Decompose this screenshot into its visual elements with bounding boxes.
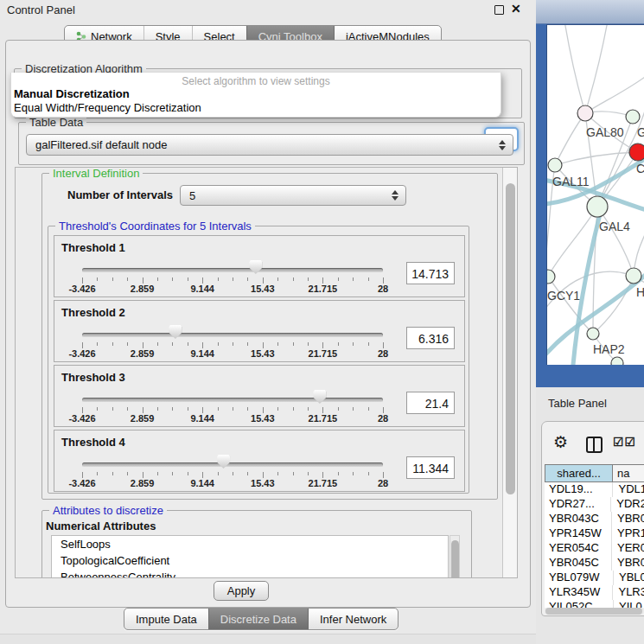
table-row[interactable]: YBL079WYBL0 — [545, 571, 644, 585]
node-label: HAP2 — [593, 342, 625, 356]
node-gal11[interactable] — [548, 158, 562, 172]
table-data-group-title: Table Data — [26, 116, 86, 129]
node-gal4[interactable] — [587, 196, 608, 217]
slider-tick — [263, 407, 264, 413]
slider-track[interactable] — [82, 398, 383, 402]
table-row[interactable]: YIL052CYIL0 — [545, 600, 644, 608]
slider-tick — [368, 277, 369, 281]
algorithm-option-manual-discretization[interactable]: Manual Discretization — [14, 87, 130, 100]
slider-track[interactable] — [82, 268, 383, 272]
table-data-combobox[interactable]: galFiltered.sif default node — [26, 134, 513, 156]
slider-tick — [277, 342, 278, 346]
slider-scale-label: 28 — [355, 413, 411, 424]
slider-track[interactable] — [82, 333, 383, 337]
table-row[interactable]: YDR27...YDR2 — [545, 497, 644, 512]
settings-vertical-scrollbar[interactable] — [502, 168, 518, 577]
threshold-value-field[interactable]: 21.4 — [406, 392, 455, 414]
slider-track[interactable] — [82, 462, 383, 467]
slider-scale-label: 2.859 — [115, 284, 170, 294]
threshold-label: Threshold 1 — [61, 241, 125, 254]
tab-label: Discretize Data — [220, 613, 296, 626]
threshold-1-panel: Threshold 1-3.4262.8599.14415.4321.71528… — [54, 235, 465, 297]
table-horizontal-scrollbar[interactable] — [545, 608, 644, 615]
gear-icon[interactable]: ⚙ — [553, 432, 568, 452]
scrollbar-thumb[interactable] — [545, 608, 642, 615]
slider-tick — [202, 472, 203, 478]
node-h[interactable] — [626, 268, 641, 284]
slider-tick — [143, 472, 143, 478]
slider-tick — [277, 472, 278, 475]
scrollbar-thumb[interactable] — [506, 183, 515, 494]
node-selected-red[interactable] — [629, 143, 644, 161]
table-row[interactable]: YBR043CYBR0 — [545, 512, 644, 526]
table-row[interactable]: YPR145WYPR1 — [545, 526, 644, 541]
number-of-intervals-combobox[interactable]: 5 — [180, 185, 406, 206]
number-of-intervals-value: 5 — [181, 189, 389, 202]
table-rows: YDL19...YDL1YDR27...YDR2YBR043CYBR0YPR14… — [545, 482, 644, 608]
table-row[interactable]: YDL19...YDL1 — [545, 482, 644, 497]
slider-tick — [127, 342, 128, 346]
cell-name: YPR1 — [611, 526, 644, 541]
cell-shared-name: YLR345W — [545, 585, 612, 600]
network-canvas[interactable]: GAL80 GA C GAL11 GAL4 GCY1 H HAP2 — [546, 24, 644, 365]
slider-tick — [97, 472, 98, 475]
slider-tick — [247, 407, 248, 411]
node-label: GA — [637, 125, 644, 139]
slider-tick — [368, 472, 369, 475]
node-gcy1[interactable] — [547, 270, 555, 284]
slider-tick — [172, 472, 173, 475]
threshold-value-field[interactable]: 6.316 — [406, 327, 455, 349]
slider-tick — [353, 277, 354, 281]
cell-name: YIL0 — [613, 600, 642, 608]
node-ga[interactable] — [626, 110, 640, 124]
slider-scale-label: 9.144 — [175, 478, 230, 488]
algorithm-option-equal-width-frequency-discretization[interactable]: Equal Width/Frequency Discretization — [14, 101, 201, 114]
attribute-item-selfloops[interactable]: SelfLoops — [52, 536, 448, 552]
slider-tick — [112, 407, 113, 411]
node-hap2[interactable] — [587, 328, 599, 340]
attribute-item-topologicalcoefficient[interactable]: TopologicalCoefficient — [52, 552, 448, 569]
column-header-name[interactable]: na — [612, 464, 644, 482]
tab-label: Impute Data — [136, 613, 197, 626]
checkbox-icons[interactable]: ☑☑ — [613, 435, 636, 449]
split-columns-icon[interactable] — [586, 437, 603, 453]
threshold-label: Threshold 3 — [61, 371, 125, 384]
slider-scale-label: 2.859 — [115, 348, 170, 359]
node-bottom[interactable] — [611, 357, 623, 365]
slider-tick — [188, 277, 188, 281]
tab-impute-data[interactable]: Impute Data — [124, 609, 208, 629]
slider-tick — [277, 277, 278, 281]
network-window-titlebar[interactable] — [536, 0, 644, 24]
threshold-value-field[interactable]: 11.344 — [406, 456, 455, 479]
interval-definition-group-title: Interval Definition — [49, 167, 143, 180]
cyni-mode-tab-bar: Impute DataDiscretize DataInfer Network — [124, 608, 399, 630]
cell-name: YBR0 — [611, 512, 644, 526]
close-icon[interactable]: ✕ — [511, 2, 521, 16]
slider-tick — [97, 407, 98, 411]
node-label: C — [636, 162, 644, 175]
scrollbar-thumb[interactable] — [451, 540, 459, 578]
threshold-label: Threshold 2 — [61, 306, 125, 319]
cell-shared-name: YBL079W — [545, 571, 613, 585]
attribute-item-betweennesscentrality[interactable]: BetweennessCentrality — [52, 569, 448, 578]
slider-scale-label: 9.144 — [175, 413, 230, 424]
tab-discretize-data[interactable]: Discretize Data — [208, 609, 308, 629]
threshold-value-field[interactable]: 14.713 — [406, 262, 455, 284]
cell-shared-name: YPR145W — [545, 526, 611, 541]
thresholds-group: Threshold's Coordinates for 5 Intervals … — [48, 226, 469, 494]
slider-scale-label: 15.43 — [235, 348, 290, 359]
table-row[interactable]: YER054CYER0 — [545, 541, 644, 556]
attributes-list-scrollbar[interactable] — [450, 535, 460, 578]
table-row[interactable]: YBR045CYBR0 — [545, 556, 644, 571]
numerical-attributes-list[interactable]: SelfLoopsTopologicalCoefficientBetweenne… — [51, 535, 449, 578]
slider-tick — [202, 342, 203, 348]
column-header-shared-name[interactable]: shared... — [545, 464, 613, 482]
cell-name: YER0 — [611, 541, 644, 556]
slider-tick — [338, 342, 339, 346]
node-gal80[interactable] — [577, 105, 593, 121]
apply-button[interactable]: Apply — [214, 581, 269, 601]
tab-infer-network[interactable]: Infer Network — [308, 609, 398, 629]
slider-tick — [127, 407, 128, 411]
float-window-icon[interactable] — [494, 5, 504, 15]
table-row[interactable]: YLR345WYLR3 — [545, 585, 644, 600]
